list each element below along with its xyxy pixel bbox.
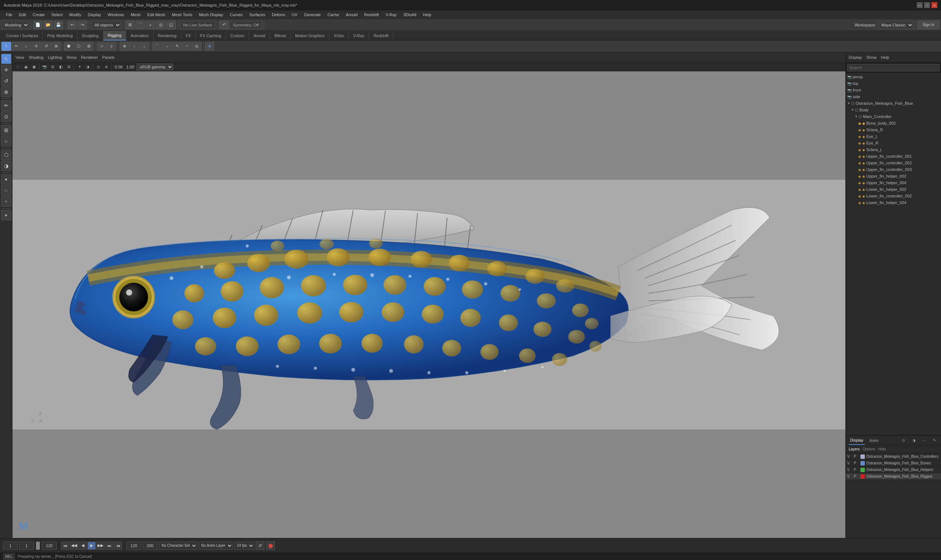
vp-menu-view[interactable]: View	[15, 55, 24, 60]
vp-view-btn[interactable]: ◧	[57, 64, 65, 70]
left-material-btn[interactable]: ◈	[1, 210, 11, 220]
outliner-search-input[interactable]	[847, 64, 939, 71]
tab-sculpting[interactable]: Sculpting	[78, 31, 103, 40]
menu-help[interactable]: Help	[420, 12, 434, 18]
layer-row-bones[interactable]: V P Ostracion_Meleagris_Fish_Blue_Bones	[846, 460, 941, 467]
scripting-language[interactable]: MEL	[3, 553, 15, 560]
anim-end2-input[interactable]	[143, 542, 157, 550]
menu-uv[interactable]: UV	[289, 12, 300, 18]
circle-btn[interactable]: ◎	[192, 42, 202, 51]
tree-item-eye-r[interactable]: ◈ ◈ Eye_R	[846, 140, 941, 146]
menu-generate[interactable]: Generate	[301, 12, 324, 18]
vp-menu-renderer[interactable]: Renderer	[81, 55, 98, 60]
tab-curves-surfaces[interactable]: Curves / Surfaces	[2, 31, 43, 40]
tab-fx[interactable]: FX	[181, 31, 196, 40]
move-btn[interactable]: ✛	[31, 42, 41, 51]
tab-arnold[interactable]: Arnold	[249, 31, 270, 40]
cv-curve-btn[interactable]: ⌒	[152, 42, 162, 51]
snap-surface-btn[interactable]: ◱	[166, 21, 176, 29]
menu-curves[interactable]: Curves	[227, 12, 246, 18]
left-paint-btn[interactable]: ✏	[1, 100, 11, 111]
menu-vray[interactable]: V-Ray	[383, 12, 399, 18]
tree-item-lfc002[interactable]: ◈ ◈ Lower_fin_controller_002	[846, 193, 941, 199]
tree-item-ufh004[interactable]: ◈ ◈ Upper_fin_helper_004	[846, 180, 941, 186]
left-snap-btn[interactable]: ⊞	[1, 125, 11, 135]
menu-modify[interactable]: Modify	[66, 12, 84, 18]
left-move-btn[interactable]: ✛	[1, 65, 11, 75]
save-btn[interactable]: 💾	[54, 21, 63, 29]
rotate-btn[interactable]: ↺	[41, 42, 51, 51]
soft-sel-btn[interactable]: ⬟	[64, 42, 74, 51]
anim-end-input[interactable]	[126, 542, 141, 550]
layers-panel[interactable]: V P Ostracion_Meleagris_Fish_Blue_Contro…	[846, 453, 941, 538]
ch-icon1[interactable]: ⊙	[900, 437, 907, 444]
tree-item-sclera-r[interactable]: ◈ ◈ Sclera_R	[846, 126, 941, 133]
loop-btn[interactable]: ↺	[256, 541, 265, 550]
vp-wire-btn[interactable]: ○	[14, 64, 22, 70]
outliner-tree[interactable]: 📷 persp 📷 top 📷 front 📷 side ▼ ⬡ Ostraci…	[846, 73, 941, 435]
paint-btn[interactable]: ✏	[11, 42, 21, 51]
open-btn[interactable]: 📂	[43, 21, 53, 29]
left-group-btn[interactable]: ≡	[1, 196, 11, 207]
menu-cache[interactable]: Cache	[325, 12, 342, 18]
menu-create[interactable]: Create	[30, 12, 48, 18]
tree-item-persp[interactable]: 📷 persp	[846, 74, 941, 80]
symmetry-btn[interactable]: Symmetry: Off	[229, 21, 262, 29]
menu-arnold[interactable]: Arnold	[343, 12, 360, 18]
vp-cam-btn[interactable]: 📷	[41, 64, 48, 70]
menu-mesh-display[interactable]: Mesh Display	[196, 12, 226, 18]
modeling-dropdown[interactable]: Modeling	[2, 21, 29, 29]
redo-btn[interactable]: ↪	[78, 21, 87, 29]
outliner-menu-help[interactable]: Help	[881, 55, 890, 60]
layer-v-rigged[interactable]: V	[847, 474, 852, 478]
joint-btn[interactable]: ◊	[107, 42, 116, 51]
tab-fx-caching[interactable]: FX Caching	[196, 31, 226, 40]
arc-btn[interactable]: ⌔	[182, 42, 192, 51]
layer-v-bones[interactable]: V	[847, 461, 852, 465]
tree-item-top[interactable]: 📷 top	[846, 80, 941, 87]
tab-poly-modeling[interactable]: Poly Modeling	[43, 31, 77, 40]
layer-row-rigged[interactable]: V P Ostracion_Meleagris_Fish_Blue_Rigged	[846, 473, 941, 480]
menu-3dto[interactable]: 3DtoAll	[400, 12, 419, 18]
channel-tab-anim[interactable]: Anim	[868, 436, 880, 445]
vp-menu-panels[interactable]: Panels	[102, 55, 115, 60]
tree-item-bone-body[interactable]: ◆ ◆ Bone_body_002	[846, 120, 941, 126]
fish-render-area[interactable]: z y ,x M	[12, 71, 846, 538]
vp-menu-shading[interactable]: Shading	[29, 55, 43, 60]
cage-btn[interactable]: ⬡	[74, 42, 83, 51]
snap-point-btn[interactable]: •	[146, 21, 155, 29]
left-sculpt-btn[interactable]: ⊙	[1, 111, 11, 122]
ch-icon2[interactable]: ◑	[910, 437, 918, 444]
undo-btn[interactable]: ↩	[67, 21, 77, 29]
vp-grid-btn[interactable]: ⊞	[49, 64, 56, 70]
viewport[interactable]: View Shading Lighting Show Renderer Pane…	[12, 52, 846, 538]
all-objects-dropdown[interactable]: All objects	[91, 21, 121, 29]
pencil-btn[interactable]: ✎	[172, 42, 182, 51]
menu-redshift[interactable]: Redshift	[361, 12, 382, 18]
layer-row-controllers[interactable]: V P Ostracion_Meleagris_Fish_Blue_Contro…	[846, 453, 941, 460]
menu-surfaces[interactable]: Surfaces	[246, 12, 268, 18]
pb-end-btn[interactable]: ⏮	[114, 542, 122, 550]
auto-key-btn[interactable]: ⬤	[266, 541, 275, 550]
layer-p-rigged[interactable]: P	[854, 474, 859, 478]
layer-p-helpers[interactable]: P	[854, 468, 859, 472]
scale-btn[interactable]: ⊕	[51, 42, 61, 51]
layer-p-bones[interactable]: P	[854, 461, 859, 465]
layer-p-ctrl[interactable]: P	[854, 454, 859, 458]
anim-layer-dropdown[interactable]: No Anim Layer	[199, 542, 233, 550]
tree-item-ufc001[interactable]: ◈ ◈ Upper_fin_controller_001	[846, 153, 941, 160]
tab-rigging[interactable]: Rigging	[103, 31, 126, 40]
character-set-dropdown[interactable]: No Character Set	[159, 542, 197, 550]
menu-select[interactable]: Select	[49, 12, 66, 18]
left-rotate-btn[interactable]: ↺	[1, 76, 11, 86]
layer-v-ctrl[interactable]: V	[847, 454, 852, 458]
range-marker[interactable]	[36, 542, 40, 550]
vp-light-btn[interactable]: ☀	[76, 64, 83, 70]
tree-item-side[interactable]: 📷 side	[846, 93, 941, 100]
ch-icon3[interactable]: →	[920, 437, 928, 444]
close-button[interactable]: ✕	[932, 2, 937, 8]
tree-item-eye-l[interactable]: ◈ ◈ Eye_L	[846, 133, 941, 140]
tab-bifrost[interactable]: Bifrost	[270, 31, 291, 40]
snap-grid-btn[interactable]: ⊞	[125, 21, 135, 29]
pb-play-btn[interactable]: ▶	[88, 542, 95, 550]
